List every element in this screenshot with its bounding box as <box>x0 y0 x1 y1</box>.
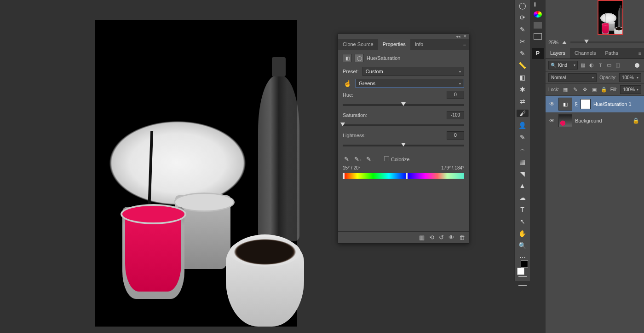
visibility-icon[interactable]: 👁 <box>548 101 556 107</box>
visibility-icon[interactable]: 👁 <box>448 234 454 241</box>
saturation-slider[interactable] <box>343 122 464 129</box>
layer-filter-kind-select[interactable]: 🔍 Kind ▾ <box>548 61 578 70</box>
navigator-thumbnail[interactable] <box>598 0 623 35</box>
view-previous-icon[interactable]: ⟲ <box>429 234 434 241</box>
tab-channels[interactable]: Channels <box>570 48 600 58</box>
crop-icon[interactable]: ✂ <box>518 38 527 45</box>
person-icon[interactable]: 👤 <box>518 122 527 129</box>
eyedropper-plus-icon[interactable]: ✎₊ <box>355 155 362 163</box>
text-icon[interactable]: T <box>518 206 527 213</box>
magnetic-lasso-icon[interactable]: ✎ <box>518 26 527 33</box>
cloud-icon[interactable]: ☁ <box>518 194 527 201</box>
right-panel-column: 25% Layers Channels Paths ≡ 🔍 Kind ▾ ▧ ◐… <box>546 0 644 333</box>
paragraph-icon[interactable]: P <box>532 48 544 59</box>
lock-all-icon[interactable]: 🔒 <box>601 86 608 93</box>
filter-smart-icon[interactable]: ◫ <box>614 62 621 69</box>
delete-icon[interactable]: 🗑 <box>459 234 465 241</box>
tab-clone-source[interactable]: Clone Source <box>338 39 378 50</box>
lock-pixels-icon[interactable]: ✎ <box>572 86 579 93</box>
zoom-icon[interactable]: 🔍 <box>518 242 527 249</box>
saturation-label: Saturation: <box>343 112 367 118</box>
filter-type-icon[interactable]: T <box>597 62 604 69</box>
targeted-hand-icon[interactable]: ☝ <box>343 79 352 88</box>
screen-mode-icon[interactable] <box>518 285 527 286</box>
layer-list: 👁 ◧ ⎘ Hue/Saturation 1 👁 Background 🔒 <box>546 96 644 333</box>
teardrop-icon[interactable]: ⌢ <box>518 146 527 153</box>
tab-properties[interactable]: Properties <box>378 39 410 50</box>
zoom-out-icon[interactable] <box>562 41 567 44</box>
tools-vertical-strip: ◯ ⟳ ✎ ✂ ✎ 📏 ◧ ✱ ⇄ 🖌 👤 ✎ ⌢ ▦ ◥ ▲ ☁ T ↖ ✋ … <box>514 0 530 281</box>
lightness-slider[interactable] <box>343 142 464 149</box>
color-range-slider[interactable] <box>343 173 464 179</box>
lightness-input[interactable]: 0 <box>447 131 464 140</box>
hue-input[interactable]: 0 <box>447 91 464 99</box>
panel-menu-icon[interactable]: ≡ <box>636 48 644 58</box>
filter-toggle[interactable] <box>635 63 639 68</box>
tab-info[interactable]: Info <box>410 39 428 50</box>
lock-position-icon[interactable]: ✥ <box>581 86 588 93</box>
swatches-panel-icon[interactable] <box>534 22 542 29</box>
close-icon[interactable]: ✕ <box>463 34 467 39</box>
layer-name[interactable]: Hue/Saturation 1 <box>593 101 632 107</box>
tab-layers[interactable]: Layers <box>546 48 570 58</box>
navigator-panel: 25% <box>546 0 644 48</box>
pin-icon[interactable]: ◥ <box>518 170 527 177</box>
triangle-icon[interactable]: ▲ <box>518 182 527 189</box>
adjustment-title: Hue/Saturation <box>367 55 400 61</box>
lock-artboard-icon[interactable]: ▣ <box>591 86 598 93</box>
tab-paths[interactable]: Paths <box>601 48 623 58</box>
filter-adjust-icon[interactable]: ◐ <box>588 62 595 69</box>
panel-menu-icon[interactable]: ≡ <box>460 39 469 50</box>
color-channel-select[interactable]: Greens▾ <box>356 79 464 88</box>
layer-mask-thumb[interactable] <box>581 99 591 109</box>
mask-icon[interactable]: ◯ <box>355 54 364 62</box>
layer-name[interactable]: Background <box>575 118 602 123</box>
layer-row[interactable]: 👁 Background 🔒 <box>546 112 644 129</box>
quick-mask-icon[interactable] <box>518 276 527 277</box>
opacity-input[interactable]: 100%▾ <box>619 73 641 82</box>
adjustment-icon[interactable]: ◧ <box>343 54 352 62</box>
blend-mode-row: Normal▾ Opacity: 100%▾ <box>546 72 644 84</box>
hand-icon[interactable]: ✋ <box>518 230 527 237</box>
adjustment-layer-thumb[interactable]: ◧ <box>558 98 572 111</box>
background-color-swatch[interactable] <box>521 260 528 268</box>
lasso-icon[interactable]: ⟳ <box>518 14 527 21</box>
brush-icon[interactable]: 🖌 <box>517 110 529 117</box>
lock-transparent-icon[interactable]: ▦ <box>562 86 569 93</box>
search-icon: 🔍 <box>551 63 556 68</box>
color-wheel-icon[interactable] <box>534 11 542 18</box>
filter-pixel-icon[interactable]: ▧ <box>579 62 586 69</box>
foreground-color-swatch[interactable] <box>517 268 524 275</box>
patch-icon[interactable]: ◧ <box>518 74 527 81</box>
eyedropper-icon[interactable]: ✎ <box>343 155 350 163</box>
square-icon[interactable]: ▦ <box>518 158 527 165</box>
cursor-icon[interactable]: ↖ <box>518 218 527 225</box>
saturation-input[interactable]: -100 <box>447 111 464 119</box>
collapse-icon[interactable]: ◂◂ <box>456 34 460 39</box>
visibility-icon[interactable]: 👁 <box>548 117 556 124</box>
filter-shape-icon[interactable]: ▭ <box>605 62 613 69</box>
layer-thumb[interactable] <box>558 114 572 127</box>
panel-icon[interactable] <box>534 33 542 40</box>
eyedropper-icon[interactable]: ✎ <box>518 50 527 57</box>
clip-icon[interactable]: ▥ <box>419 234 425 241</box>
swap-icon[interactable]: ⇄ <box>518 98 527 105</box>
pencil-icon[interactable]: ✎ <box>518 134 527 141</box>
kind-select-label: Kind <box>558 63 567 68</box>
gear-icon[interactable]: ✱ <box>518 86 527 93</box>
blend-mode-select[interactable]: Normal▾ <box>548 73 597 82</box>
histogram-icon[interactable]: ⫴ <box>534 1 542 7</box>
fill-input[interactable]: 100%▾ <box>620 85 641 94</box>
ruler-icon[interactable]: 📏 <box>518 62 527 69</box>
marquee-ellipse-icon[interactable]: ◯ <box>518 2 527 9</box>
document-canvas[interactable] <box>95 20 297 327</box>
zoom-slider[interactable] <box>570 41 644 43</box>
image-pink-cup <box>122 207 184 299</box>
colorize-checkbox[interactable]: Colorize <box>384 156 409 162</box>
fill-label: Fill: <box>610 87 618 92</box>
reset-icon[interactable]: ↺ <box>439 234 444 241</box>
layer-row[interactable]: 👁 ◧ ⎘ Hue/Saturation 1 <box>546 96 644 112</box>
preset-select[interactable]: Custom▾ <box>362 67 464 76</box>
hue-slider[interactable] <box>343 102 464 108</box>
eyedropper-minus-icon[interactable]: ✎₋ <box>367 155 374 163</box>
